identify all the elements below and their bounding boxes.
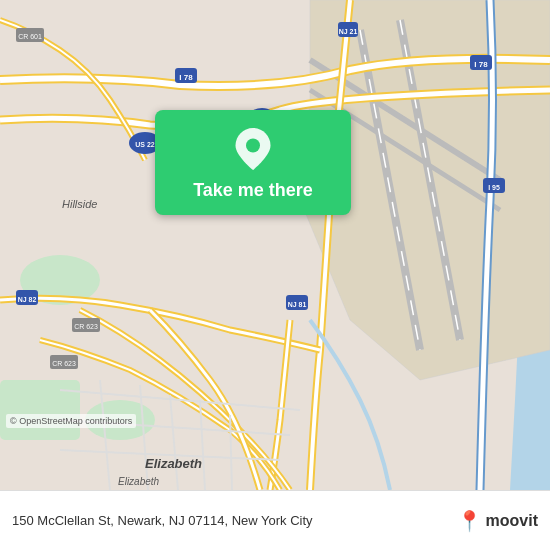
- moovit-logo: 📍 moovit: [457, 509, 538, 533]
- svg-text:I 78: I 78: [179, 73, 193, 82]
- address-section: 150 McClellan St, Newark, NJ 07114, New …: [12, 513, 457, 528]
- svg-text:I 95: I 95: [488, 184, 500, 191]
- svg-text:CR 623: CR 623: [74, 323, 98, 330]
- take-me-there-label: Take me there: [193, 180, 313, 201]
- svg-text:Hillside: Hillside: [62, 198, 97, 210]
- svg-text:CR 601: CR 601: [18, 33, 42, 40]
- svg-rect-10: [0, 380, 80, 440]
- svg-text:NJ 21: NJ 21: [339, 28, 358, 35]
- bottom-bar: 150 McClellan St, Newark, NJ 07114, New …: [0, 490, 550, 550]
- address-text: 150 McClellan St, Newark, NJ 07114, New …: [12, 513, 313, 528]
- osm-credit: © OpenStreetMap contributors: [6, 414, 136, 428]
- svg-text:I 78: I 78: [474, 60, 488, 69]
- svg-text:Elizabeth: Elizabeth: [145, 456, 202, 471]
- svg-text:NJ 82: NJ 82: [18, 296, 37, 303]
- svg-text:Elizabeth: Elizabeth: [118, 476, 160, 487]
- map-container: I 78 I 78 US 22 NJ 21 I 95 NJ 82 NJ 81 C…: [0, 0, 550, 490]
- svg-point-44: [246, 139, 260, 153]
- svg-text:US 22: US 22: [135, 141, 155, 148]
- take-me-there-button[interactable]: Take me there: [155, 110, 351, 215]
- moovit-pin-icon: 📍: [457, 509, 482, 533]
- svg-text:CR 623: CR 623: [52, 360, 76, 367]
- moovit-brand-name: moovit: [486, 512, 538, 530]
- svg-text:NJ 81: NJ 81: [288, 301, 307, 308]
- location-pin-icon: [232, 128, 274, 170]
